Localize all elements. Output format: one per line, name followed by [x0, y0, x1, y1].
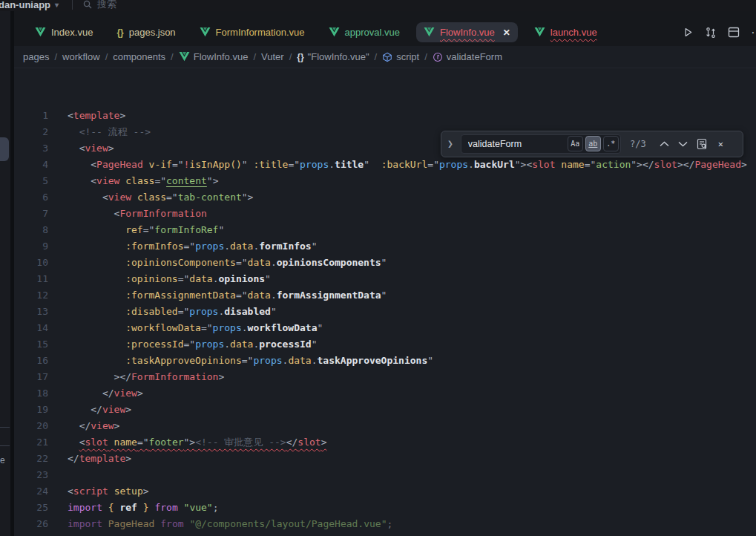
line-number: 22: [14, 451, 48, 467]
whole-word-button[interactable]: ab: [585, 136, 601, 151]
search-label: 搜索: [97, 0, 116, 11]
run-button[interactable]: [683, 27, 694, 38]
code-line[interactable]: 7<FormInformation: [14, 206, 756, 222]
breadcrumb-item-workflow[interactable]: workflow: [62, 51, 100, 62]
line-content: </view>: [68, 418, 119, 434]
play-icon: [683, 27, 694, 38]
code-line[interactable]: 10:opinionsComponents="data.opinionsComp…: [14, 255, 756, 271]
compare-changes-button[interactable]: [705, 27, 717, 39]
tab-flowinfo-vue[interactable]: FlowInfo.vue✕: [416, 22, 518, 42]
tab-bar: Index.vue{}pages.jsonFormInformation.vue…: [14, 11, 756, 46]
find-previous-button[interactable]: [660, 141, 669, 147]
line-number: 16: [14, 353, 48, 369]
code-line[interactable]: 14:workflowData="props.workflowData": [14, 320, 756, 336]
code-line[interactable]: 24<script setup>: [14, 483, 756, 500]
breadcrumb-separator: /: [171, 51, 174, 62]
line-number: 24: [14, 483, 48, 500]
breadcrumb-item-vuter[interactable]: Vuter: [261, 51, 284, 62]
line-content: <view class="tab-content">: [68, 189, 253, 206]
code-line[interactable]: 13:disabled="props.disabled": [14, 304, 756, 320]
breadcrumb-label: validateForm: [447, 51, 502, 62]
line-content: :processId="props.data.processId": [68, 336, 318, 353]
line-number: 14: [14, 320, 48, 336]
code-editor[interactable]: ❯ Aaab.* ?/3: [14, 68, 756, 536]
code-line[interactable]: 26import PageHead from "@/components/lay…: [14, 516, 756, 532]
code-line[interactable]: 22</template>: [14, 451, 756, 467]
tab-forminformation-vue[interactable]: FormInformation.vue: [192, 22, 312, 42]
regex-button[interactable]: .*: [603, 136, 619, 151]
tab-close-icon[interactable]: ✕: [503, 27, 510, 38]
line-content: <view>: [68, 140, 114, 157]
vue-icon: [329, 27, 340, 37]
breadcrumb-item-pages[interactable]: pages: [23, 51, 49, 62]
code-line[interactable]: 18</view>: [14, 385, 756, 402]
code-line[interactable]: 23: [14, 467, 756, 483]
breadcrumb-item-validateform[interactable]: validateForm: [433, 51, 502, 62]
match-case-button[interactable]: Aa: [568, 136, 583, 151]
code-line[interactable]: 19</view>: [14, 402, 756, 418]
code-line[interactable]: 5<view class="content">: [14, 173, 756, 189]
code-line[interactable]: 16:taskApproveOpinions="props.data.taskA…: [14, 353, 756, 369]
line-content: <FormInformation: [68, 206, 207, 222]
line-number: 25: [14, 500, 48, 516]
breadcrumb-separator: /: [54, 51, 57, 62]
find-in-selection-button[interactable]: [697, 138, 708, 150]
global-search[interactable]: 搜索: [83, 0, 116, 11]
line-content: import { ref } from "vue";: [68, 500, 219, 516]
split-editor-button[interactable]: [728, 27, 740, 38]
line-number: 8: [14, 222, 48, 238]
more-actions-button[interactable]: ··: [751, 26, 756, 39]
find-expand-button[interactable]: ❯: [446, 136, 455, 152]
breadcrumb-item-flowinfo-vue[interactable]: FlowInfo.vue: [179, 51, 249, 62]
tab-index-vue[interactable]: Index.vue: [27, 22, 100, 42]
code-line[interactable]: 9:formInfos="props.data.formInfos": [14, 238, 756, 255]
code-line[interactable]: 11:opinions="data.opinions": [14, 271, 756, 287]
line-number: 4: [14, 157, 48, 173]
line-content: </template>: [68, 451, 131, 467]
project-selector[interactable]: dan-uniapp ▾: [0, 0, 59, 10]
code-line[interactable]: 17></FormInformation>: [14, 369, 756, 385]
breadcrumb-separator: /: [289, 51, 292, 62]
find-in-selection-icon: [697, 138, 708, 150]
line-number: 3: [14, 140, 48, 157]
tab-label: pages.json: [129, 27, 176, 38]
line-number: 13: [14, 304, 48, 320]
find-close-button[interactable]: ✕: [718, 136, 723, 152]
line-number: 23: [14, 467, 48, 483]
code-line[interactable]: 6<view class="tab-content">: [14, 189, 756, 206]
tab-label: Index.vue: [51, 27, 93, 38]
code-line[interactable]: 4<PageHead v-if="!isInApp()" :title="pro…: [14, 157, 756, 173]
code-line[interactable]: 12:formAssignmentData="data.formAssignme…: [14, 287, 756, 304]
split-editor-icon: [728, 27, 740, 38]
breadcrumb-item-script[interactable]: script: [382, 51, 419, 62]
code-line[interactable]: 1<template>: [14, 108, 756, 124]
topbar-divider: [72, 0, 73, 10]
vue-icon: [200, 27, 211, 37]
sidebar-strip[interactable]: e: [0, 11, 10, 536]
sidebar-selected-item[interactable]: [0, 137, 9, 161]
line-content: </view>: [68, 402, 131, 418]
module-icon: [382, 52, 392, 62]
line-content: <slot name="footer"><!-- 审批意见 --></slot>: [68, 434, 326, 451]
close-icon: ✕: [718, 139, 723, 149]
vue-icon: [35, 27, 46, 37]
tab-pages-json[interactable]: {}pages.json: [109, 22, 183, 42]
tab-approval-vue[interactable]: approval.vue: [321, 22, 407, 42]
breadcrumb-label: "FlowInfo.vue": [308, 51, 369, 62]
code-line[interactable]: 21<slot name="footer"><!-- 审批意见 --></slo…: [14, 434, 756, 451]
code-line[interactable]: 20</view>: [14, 418, 756, 434]
ellipsis-icon: ··: [751, 26, 756, 39]
tab-label: launch.vue: [550, 27, 597, 38]
breadcrumb: pages/workflow/components/FlowInfo.vue/V…: [14, 46, 756, 68]
code-line[interactable]: 15:processId="props.data.processId": [14, 336, 756, 353]
code-line[interactable]: 25import { ref } from "vue";: [14, 500, 756, 516]
breadcrumb-item--flowinfo-vue-[interactable]: {}"FlowInfo.vue": [297, 51, 369, 62]
breadcrumb-item-components[interactable]: components: [113, 51, 165, 62]
line-number: 15: [14, 336, 48, 353]
line-number: 6: [14, 189, 48, 206]
tab-launch-vue[interactable]: launch.vue: [527, 22, 605, 42]
code-line[interactable]: 8ref="formInfoRef": [14, 222, 756, 238]
chevron-right-icon: ❯: [447, 138, 453, 149]
find-next-button[interactable]: [678, 141, 688, 147]
braces-icon: {}: [297, 52, 303, 62]
